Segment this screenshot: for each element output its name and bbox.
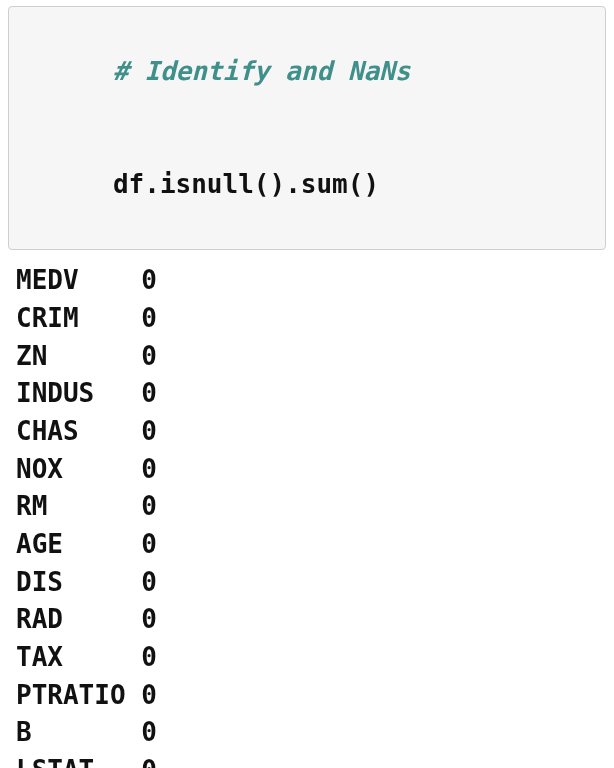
- output-row-label: MEDV: [16, 262, 141, 300]
- output-row-label: PTRATIO: [16, 677, 141, 715]
- output-row: RM0: [16, 488, 606, 526]
- code-dot: .: [285, 169, 301, 199]
- output-row-value: 0: [141, 262, 157, 300]
- code-paren: (): [348, 169, 379, 199]
- output-row: TAX0: [16, 639, 606, 677]
- output-row-value: 0: [141, 564, 157, 602]
- code-fn: isnull: [160, 169, 254, 199]
- output-rows: MEDV0CRIM0ZN0INDUS0CHAS0NOX0RM0AGE0DIS0R…: [16, 262, 606, 768]
- output-row: AGE0: [16, 526, 606, 564]
- output-row: ZN0: [16, 338, 606, 376]
- output-row-value: 0: [141, 413, 157, 451]
- output-row: CRIM0: [16, 300, 606, 338]
- code-paren: (): [254, 169, 285, 199]
- output-row-value: 0: [141, 451, 157, 489]
- code-input-cell[interactable]: # Identify and NaNs df.isnull().sum(): [8, 6, 606, 250]
- code-comment: # Identify and NaNs: [113, 56, 410, 86]
- code-dot: .: [144, 169, 160, 199]
- output-row: LSTAT0: [16, 752, 606, 768]
- output-row-label: CHAS: [16, 413, 141, 451]
- code-fn: sum: [301, 169, 348, 199]
- output-row-label: CRIM: [16, 300, 141, 338]
- output-row-value: 0: [141, 677, 157, 715]
- output-row-value: 0: [141, 300, 157, 338]
- output-row-label: NOX: [16, 451, 141, 489]
- code-output-cell: MEDV0CRIM0ZN0INDUS0CHAS0NOX0RM0AGE0DIS0R…: [16, 262, 606, 768]
- output-row-label: TAX: [16, 639, 141, 677]
- output-row: INDUS0: [16, 375, 606, 413]
- output-row: PTRATIO0: [16, 677, 606, 715]
- output-row-label: RM: [16, 488, 141, 526]
- output-row-value: 0: [141, 526, 157, 564]
- output-row: CHAS0: [16, 413, 606, 451]
- output-row-value: 0: [141, 338, 157, 376]
- output-row-value: 0: [141, 601, 157, 639]
- output-row-label: ZN: [16, 338, 141, 376]
- output-row: NOX0: [16, 451, 606, 489]
- output-row-label: DIS: [16, 564, 141, 602]
- code-comment-line: # Identify and NaNs: [19, 15, 595, 128]
- output-row: DIS0: [16, 564, 606, 602]
- output-row-value: 0: [141, 639, 157, 677]
- output-row-value: 0: [141, 488, 157, 526]
- output-row-value: 0: [141, 714, 157, 752]
- notebook-cell-area: # Identify and NaNs df.isnull().sum() ME…: [0, 6, 614, 768]
- output-row-label: B: [16, 714, 141, 752]
- output-row: MEDV0: [16, 262, 606, 300]
- output-row: B0: [16, 714, 606, 752]
- output-row-value: 0: [141, 375, 157, 413]
- output-row-label: LSTAT: [16, 752, 141, 768]
- code-expression-line: df.isnull().sum(): [19, 128, 595, 241]
- output-row-label: RAD: [16, 601, 141, 639]
- output-row: RAD0: [16, 601, 606, 639]
- output-row-label: AGE: [16, 526, 141, 564]
- output-row-value: 0: [141, 752, 157, 768]
- code-obj: df: [113, 169, 144, 199]
- output-row-label: INDUS: [16, 375, 141, 413]
